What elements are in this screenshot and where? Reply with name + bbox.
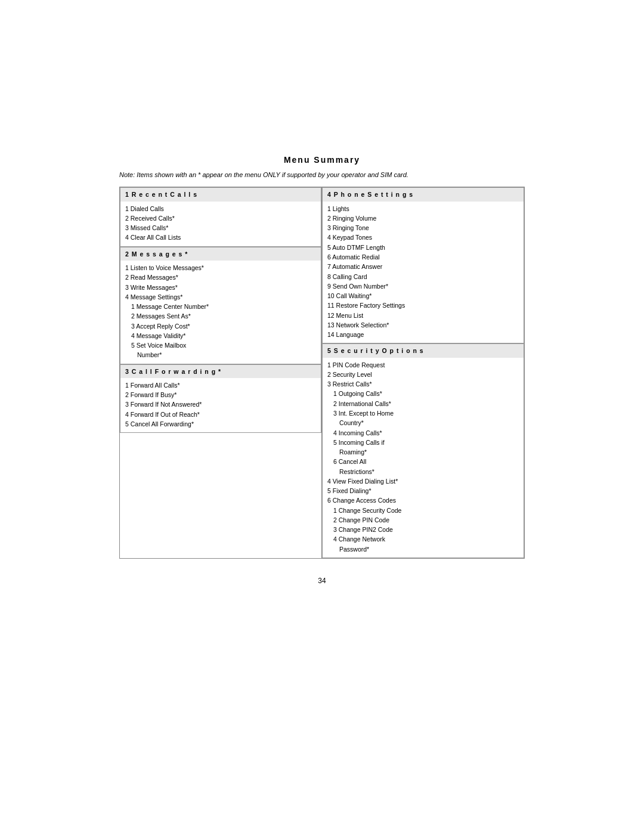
list-item: 4 Incoming Calls* — [327, 428, 519, 438]
list-item: 1 Change Security Code — [327, 506, 519, 515]
list-item: Restrictions* — [327, 467, 519, 476]
list-item: 1 Dialed Calls — [125, 204, 316, 213]
list-item: 4 Message Validity* — [125, 331, 316, 340]
list-item: 5 Incoming Calls if — [327, 438, 519, 447]
phone-settings-section: 4 P h o n e S e t t i n g s 1 Lights 2 R… — [322, 187, 524, 343]
messages-section: 2 M e s s a g e s * 1 Listen to Voice Me… — [120, 247, 321, 364]
list-item: 5 Auto DTMF Length — [327, 243, 519, 252]
list-item: Roaming* — [327, 447, 519, 457]
call-forwarding-section: 3 C a l l F o r w a r d i n g * 1 Forwar… — [120, 364, 321, 433]
recent-calls-header: 1 R e c e n t C a l l s — [120, 188, 321, 201]
list-item: 6 Change Access Codes — [327, 496, 519, 505]
list-item: 3 Write Messages* — [125, 283, 316, 292]
list-item: 5 Fixed Dialing* — [327, 486, 519, 496]
list-item: Password* — [327, 544, 519, 554]
list-item: 2 Ringing Volume — [327, 213, 519, 223]
list-item: 3 Change PIN2 Code — [327, 525, 519, 534]
call-forwarding-header: 3 C a l l F o r w a r d i n g * — [120, 365, 321, 378]
list-item: 14 Language — [327, 330, 519, 339]
left-column: 1 R e c e n t C a l l s 1 Dialed Calls 2… — [120, 187, 322, 558]
page-title: Menu Summary — [119, 155, 525, 165]
list-item: 2 Messages Sent As* — [125, 311, 316, 321]
list-item: 8 Calling Card — [327, 272, 519, 281]
right-column: 4 P h o n e S e t t i n g s 1 Lights 2 R… — [322, 187, 524, 558]
list-item: 4 View Fixed Dialing List* — [327, 476, 519, 486]
list-item: 6 Cancel All — [327, 457, 519, 466]
list-item: 5 Set Voice Mailbox — [125, 340, 316, 350]
list-item: 4 Change Network — [327, 534, 519, 544]
list-item: 3 Ringing Tone — [327, 223, 519, 233]
messages-header: 2 M e s s a g e s * — [120, 247, 321, 261]
list-item: Number* — [125, 350, 316, 360]
list-item: 1 PIN Code Request — [327, 360, 519, 370]
list-item: 1 Forward All Calls* — [125, 380, 316, 390]
list-item: 13 Network Selection* — [327, 320, 519, 330]
list-item: 3 Missed Calls* — [125, 223, 316, 233]
menu-grid: 1 R e c e n t C a l l s 1 Dialed Calls 2… — [119, 187, 525, 559]
list-item: 11 Restore Factory Settings — [327, 301, 519, 310]
note-text: Note: Items shown with an * appear on th… — [119, 171, 525, 179]
list-item: 3 Restrict Calls* — [327, 379, 519, 389]
list-item: 5 Cancel All Forwarding* — [125, 419, 316, 429]
list-item: 2 Read Messages* — [125, 272, 316, 282]
page-number: 34 — [119, 577, 525, 585]
list-item: 12 Menu List — [327, 311, 519, 320]
content-area: Menu Summary Note: Items shown with an *… — [119, 155, 525, 585]
list-item: 7 Automatic Answer — [327, 262, 519, 271]
list-item: 10 Call Waiting* — [327, 291, 519, 301]
list-item: 4 Forward If Out of Reach* — [125, 410, 316, 419]
list-item: 1 Outgoing Calls* — [327, 389, 519, 398]
security-options-section: 5 S e c u r i t y O p t i o n s 1 PIN Co… — [322, 343, 524, 558]
list-item: 4 Keypad Tones — [327, 233, 519, 242]
list-item: Country* — [327, 418, 519, 428]
page: Menu Summary Note: Items shown with an *… — [0, 0, 644, 833]
list-item: 2 Received Calls* — [125, 213, 316, 223]
list-item: 3 Int. Except to Home — [327, 408, 519, 418]
recent-calls-section: 1 R e c e n t C a l l s 1 Dialed Calls 2… — [120, 187, 321, 246]
list-item: 2 International Calls* — [327, 399, 519, 408]
phone-settings-header: 4 P h o n e S e t t i n g s — [323, 188, 524, 201]
list-item: 3 Forward If Not Answered* — [125, 400, 316, 409]
list-item: 2 Forward If Busy* — [125, 390, 316, 400]
list-item: 2 Change PIN Code — [327, 515, 519, 525]
list-item: 9 Send Own Number* — [327, 281, 519, 291]
list-item: 1 Message Center Number* — [125, 302, 316, 311]
list-item: 1 Lights — [327, 204, 519, 213]
list-item: 6 Automatic Redial — [327, 252, 519, 262]
list-item: 4 Clear All Call Lists — [125, 233, 316, 242]
list-item: 4 Message Settings* — [125, 292, 316, 302]
list-item: 2 Security Level — [327, 370, 519, 379]
list-item: 1 Listen to Voice Messages* — [125, 263, 316, 272]
list-item: 3 Accept Reply Cost* — [125, 321, 316, 331]
security-options-header: 5 S e c u r i t y O p t i o n s — [323, 344, 524, 357]
